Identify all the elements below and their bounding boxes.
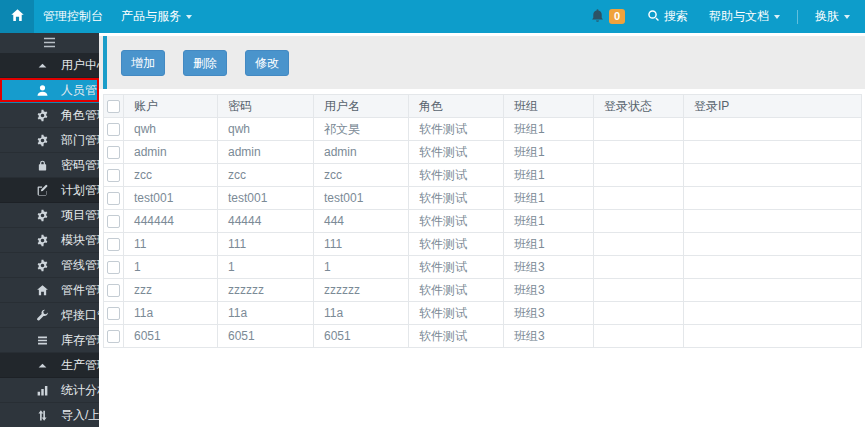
navbar-right: 0 搜索 帮助与文档 换肤 <box>580 0 865 33</box>
cell-login-status <box>594 256 684 279</box>
cell-team: 班组3 <box>504 325 594 348</box>
table-row: 44444444444444软件测试班组1 <box>104 210 862 233</box>
sidebar-item-plan[interactable]: 计划管理 <box>0 178 99 203</box>
cell-username: test001 <box>314 187 409 210</box>
sidebar-item-personnel[interactable]: 人员管理 <box>0 78 99 103</box>
cell-account: 1 <box>124 256 218 279</box>
sidebar-item-role[interactable]: 角色管理 <box>0 103 99 128</box>
row-checkbox[interactable] <box>107 169 120 182</box>
cell-login-ip <box>684 325 862 348</box>
select-all-checkbox[interactable] <box>107 100 120 113</box>
sidebar-item-project[interactable]: 项目管理 <box>0 203 99 228</box>
column-header-password: 密码 <box>218 95 314 118</box>
row-checkbox[interactable] <box>107 192 120 205</box>
sidebar-toggle-button[interactable] <box>0 33 99 53</box>
table-row: 11111111软件测试班组1 <box>104 233 862 256</box>
add-button[interactable]: 增加 <box>121 50 165 76</box>
users-table: 账户密码用户名角色班组登录状态登录IP qwhqwh祁文昊软件测试班组1admi… <box>103 94 862 348</box>
cell-team: 班组3 <box>504 256 594 279</box>
sidebar-item-module[interactable]: 模块管理 <box>0 228 99 253</box>
cell-login-status <box>594 164 684 187</box>
sidebar-item-password[interactable]: 密码管理 <box>0 153 99 178</box>
table-row: adminadminadmin软件测试班组1 <box>104 141 862 164</box>
cell-login-ip <box>684 233 862 256</box>
search-button[interactable]: 搜索 <box>635 8 700 25</box>
sidebar-item-weld-joint[interactable]: 焊接口管理 <box>0 303 99 328</box>
sidebar-item-fitting[interactable]: 管件管理 <box>0 278 99 303</box>
toolbar: 增加 删除 修改 <box>99 36 865 89</box>
cell-login-ip <box>684 256 862 279</box>
help-docs-button[interactable]: 帮助与文档 <box>700 8 789 25</box>
caret-up-icon <box>36 59 49 72</box>
row-checkbox[interactable] <box>107 261 120 274</box>
cell-login-ip <box>684 210 862 233</box>
cell-password: qwh <box>218 118 314 141</box>
cell-role: 软件测试 <box>409 210 504 233</box>
cell-account: qwh <box>124 118 218 141</box>
row-checkbox-cell <box>104 118 124 141</box>
cell-team: 班组1 <box>504 233 594 256</box>
sidebar-item-user-center[interactable]: 用户中心 <box>0 53 99 78</box>
row-checkbox-cell <box>104 279 124 302</box>
edit-button[interactable]: 修改 <box>245 50 289 76</box>
change-skin-button[interactable]: 换肤 <box>806 8 859 25</box>
row-checkbox[interactable] <box>107 307 120 320</box>
cell-role: 软件测试 <box>409 279 504 302</box>
cell-role: 软件测试 <box>409 302 504 325</box>
row-checkbox-cell <box>104 187 124 210</box>
gear-icon <box>36 209 49 222</box>
row-checkbox[interactable] <box>107 146 120 159</box>
cell-username: admin <box>314 141 409 164</box>
cell-team: 班组1 <box>504 164 594 187</box>
notifications-button[interactable]: 0 <box>580 8 635 26</box>
row-checkbox[interactable] <box>107 330 120 343</box>
cell-login-ip <box>684 118 862 141</box>
cell-password: 111 <box>218 233 314 256</box>
cell-username: 11a <box>314 302 409 325</box>
cell-username: 111 <box>314 233 409 256</box>
chevron-down-icon <box>774 15 780 19</box>
cell-account: zzz <box>124 279 218 302</box>
nav-console[interactable]: 管理控制台 <box>34 0 112 33</box>
cell-team: 班组1 <box>504 210 594 233</box>
nav-products[interactable]: 产品与服务 <box>112 0 201 33</box>
cell-login-status <box>594 325 684 348</box>
cell-login-ip <box>684 302 862 325</box>
cell-password: admin <box>218 141 314 164</box>
sidebar-item-inventory[interactable]: 库存管理 <box>0 328 99 353</box>
sidebar-item-import-upload[interactable]: 导入/上传 <box>0 403 99 427</box>
sidebar-item-department[interactable]: 部门管理 <box>0 128 99 153</box>
nav-products-label: 产品与服务 <box>121 8 181 25</box>
cell-login-status <box>594 279 684 302</box>
cell-username: zzzzzz <box>314 279 409 302</box>
sidebar-item-pipeline[interactable]: 管线管理 <box>0 253 99 278</box>
cell-login-ip <box>684 187 862 210</box>
cell-password: 44444 <box>218 210 314 233</box>
cell-username: 6051 <box>314 325 409 348</box>
lock-icon <box>36 159 49 172</box>
sidebar-item-production[interactable]: 生产管理 <box>0 353 99 378</box>
row-checkbox[interactable] <box>107 284 120 297</box>
cell-password: zzzzzz <box>218 279 314 302</box>
cell-account: 6051 <box>124 325 218 348</box>
row-checkbox[interactable] <box>107 238 120 251</box>
table-row: 11a11a11a软件测试班组3 <box>104 302 862 325</box>
search-icon <box>647 9 660 25</box>
gear-icon <box>36 109 49 122</box>
delete-button[interactable]: 删除 <box>183 50 227 76</box>
table-row: 605160516051软件测试班组3 <box>104 325 862 348</box>
caret-up-icon <box>36 359 49 372</box>
home-button[interactable] <box>0 0 34 33</box>
row-checkbox[interactable] <box>107 215 120 228</box>
cell-username: 祁文昊 <box>314 118 409 141</box>
row-checkbox[interactable] <box>107 123 120 136</box>
sidebar-item-statistics[interactable]: 统计分析 <box>0 378 99 403</box>
header-checkbox-cell <box>104 95 124 118</box>
wrench-icon <box>36 309 49 322</box>
table-header-row: 账户密码用户名角色班组登录状态登录IP <box>104 95 862 118</box>
cell-password: test001 <box>218 187 314 210</box>
updown-icon <box>36 409 49 422</box>
column-header-username: 用户名 <box>314 95 409 118</box>
cell-account: 11 <box>124 233 218 256</box>
edit-icon <box>36 184 49 197</box>
